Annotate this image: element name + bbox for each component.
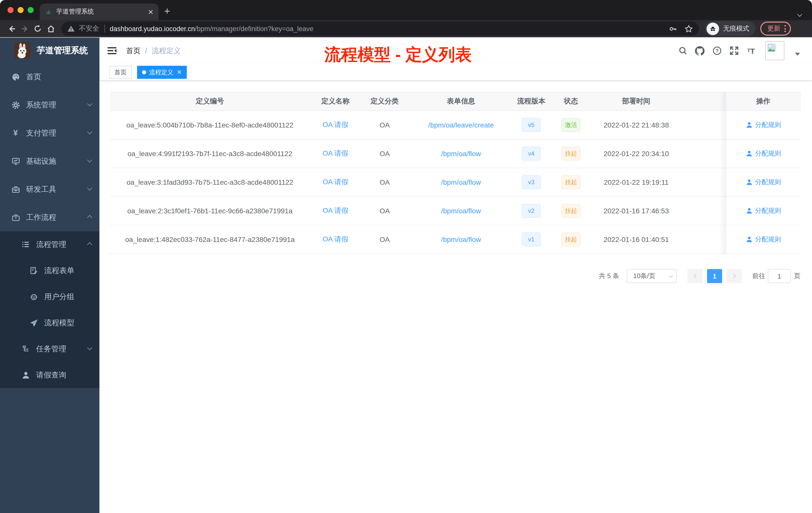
definition-name-link[interactable]: OA 请假: [323, 120, 348, 129]
column-header-version: 流程版本: [513, 92, 549, 111]
definition-name-link[interactable]: OA 请假: [323, 235, 348, 244]
yen-icon: ¥: [10, 129, 21, 137]
chevron-down-icon: [87, 101, 92, 106]
avatar-caret-icon[interactable]: [795, 53, 800, 56]
sidebar-item-system[interactable]: 系统管理: [0, 91, 99, 119]
column-header-time: 部署时间: [592, 92, 680, 111]
sidebar-item-workflow[interactable]: 工作流程: [0, 203, 99, 232]
form-info-link[interactable]: /bpm/oa/flow: [441, 150, 481, 158]
site-favicon-plant-icon: [45, 8, 52, 16]
process-list-icon: [20, 240, 31, 248]
cell-category: OA: [360, 111, 409, 139]
user-icon: [746, 121, 753, 128]
user-group-icon: [28, 292, 39, 301]
cell-deploy-time: 2022-01-22 21:48:38: [592, 111, 680, 139]
assign-rule-button[interactable]: 分配规则: [746, 149, 781, 158]
bookmark-star-icon[interactable]: [685, 24, 693, 33]
browser-menu-icon[interactable]: [784, 25, 786, 32]
new-tab-button[interactable]: +: [164, 6, 170, 16]
app-logo[interactable]: 芋道管理系统: [0, 38, 99, 63]
window-minimize-button[interactable]: [18, 7, 24, 13]
definition-name-link[interactable]: OA 请假: [323, 149, 348, 158]
pagination: 共 5 条 10条/页 1 前往 1 页: [110, 269, 802, 283]
sidebar-item-user-group[interactable]: 用户分组: [0, 283, 99, 310]
search-icon[interactable]: [678, 46, 688, 56]
sidebar-item-devtools[interactable]: 研发工具: [0, 175, 99, 203]
sidebar-item-leave-query[interactable]: 请假查询: [0, 362, 99, 388]
main-area: 流程模型 - 定义列表 首页 / 流程定义 ? TT: [99, 38, 812, 513]
sidebar-item-process-management[interactable]: 流程管理: [0, 232, 99, 258]
sidebar-item-process-model[interactable]: 流程模型: [0, 310, 99, 336]
next-page-button[interactable]: [727, 269, 742, 283]
incognito-label: 无痕模式: [723, 24, 749, 33]
url-bar[interactable]: 不安全 dashboard.yudao.iocoder.cn/bpm/manag…: [61, 22, 699, 36]
user-icon: [746, 236, 753, 243]
window-zoom-button[interactable]: [28, 7, 34, 13]
cell-deploy-time: 2022-01-22 19:19:11: [592, 168, 680, 196]
browser-update-button[interactable]: 更新: [760, 22, 791, 36]
form-info-link[interactable]: /bpm/oa/flow: [441, 207, 481, 215]
devtools-icon: [10, 185, 21, 193]
fullscreen-icon[interactable]: [729, 46, 739, 56]
column-header-form: 表单信息: [409, 92, 513, 111]
definition-name-link[interactable]: OA 请假: [323, 178, 348, 187]
font-size-icon[interactable]: TT: [746, 46, 756, 56]
help-icon[interactable]: ?: [712, 46, 722, 56]
tags-view-bar: 首页 流程定义 ✕: [99, 64, 812, 81]
form-info-link[interactable]: /bpm/oa/flow: [441, 178, 481, 186]
security-label: 不安全: [79, 24, 99, 33]
assign-rule-button[interactable]: 分配规则: [746, 235, 781, 244]
assign-rule-button[interactable]: 分配规则: [746, 120, 781, 129]
browser-tab[interactable]: 芋道管理系统 ✕: [40, 3, 159, 20]
breadcrumb-current: 流程定义: [152, 46, 181, 56]
status-badge: 挂起: [561, 175, 580, 189]
tag-close-icon[interactable]: ✕: [177, 66, 182, 78]
forward-button[interactable]: [18, 22, 31, 35]
reload-button[interactable]: [31, 22, 44, 35]
table-row: oa_leave:5:004b710b-7b8a-11ec-8ef0-acde4…: [110, 111, 801, 140]
task-tree-icon: [20, 345, 31, 353]
chevron-up-icon: [87, 215, 92, 220]
sidebar-collapse-icon[interactable]: [107, 46, 117, 56]
cell-category: OA: [360, 140, 409, 168]
back-button[interactable]: [5, 22, 18, 35]
tab-close-icon[interactable]: ✕: [148, 8, 154, 16]
sidebar-item-infrastructure[interactable]: 基础设施: [0, 147, 99, 175]
macos-window-controls[interactable]: [7, 7, 34, 13]
assign-rule-button[interactable]: 分配规则: [746, 178, 781, 187]
avatar[interactable]: [765, 41, 784, 60]
prev-page-button[interactable]: [688, 269, 702, 283]
definition-name-link[interactable]: OA 请假: [323, 206, 348, 215]
goto-page-input[interactable]: 1: [768, 269, 791, 283]
github-icon[interactable]: [695, 46, 704, 56]
column-header-actions: 操作: [726, 92, 801, 111]
assign-rule-button[interactable]: 分配规则: [746, 206, 781, 215]
form-info-link[interactable]: /bpm/oa/leave/create: [428, 121, 494, 129]
table-row: oa_leave:4:991f2193-7b7f-11ec-a3c8-acde4…: [110, 140, 801, 168]
version-badge: v1: [522, 233, 541, 246]
tag-process-definition[interactable]: 流程定义 ✕: [137, 65, 187, 79]
status-badge: 挂起: [561, 204, 580, 218]
sidebar-item-payment[interactable]: ¥ 支付管理: [0, 119, 99, 147]
workflow-submenu: 流程管理 流程表单 用户分组 流程模型: [0, 232, 99, 388]
sidebar-item-process-form[interactable]: 流程表单: [0, 258, 99, 283]
tag-home[interactable]: 首页: [110, 65, 132, 79]
cell-deploy-time: 2022-01-16 17:46:53: [592, 197, 680, 225]
password-key-icon[interactable]: [669, 24, 677, 33]
column-header-id: 定义编号: [110, 92, 310, 111]
tabstrip-chevron-icon[interactable]: [798, 9, 803, 14]
cell-definition-id: oa_leave:4:991f2193-7b7f-11ec-a3c8-acde4…: [110, 140, 310, 168]
home-button[interactable]: [44, 22, 57, 35]
current-page-button[interactable]: 1: [707, 269, 722, 283]
cell-definition-id: oa_leave:2:3c1f0ef1-76b1-11ec-9c66-a2380…: [110, 197, 310, 225]
table-row: oa_leave:3:1fad3d93-7b75-11ec-a3c8-acde4…: [110, 168, 801, 197]
sidebar-item-task-management[interactable]: 任务管理: [0, 336, 99, 362]
form-info-link[interactable]: /bpm/oa/flow: [441, 235, 481, 243]
window-close-button[interactable]: [7, 7, 13, 13]
annotation-title: 流程模型 - 定义列表: [324, 44, 472, 66]
goto-label: 前往: [752, 272, 765, 280]
page-size-select[interactable]: 10条/页: [627, 269, 677, 283]
status-badge: 挂起: [561, 233, 580, 246]
breadcrumb-home[interactable]: 首页: [126, 46, 141, 56]
sidebar-item-home[interactable]: 首页: [0, 63, 99, 91]
